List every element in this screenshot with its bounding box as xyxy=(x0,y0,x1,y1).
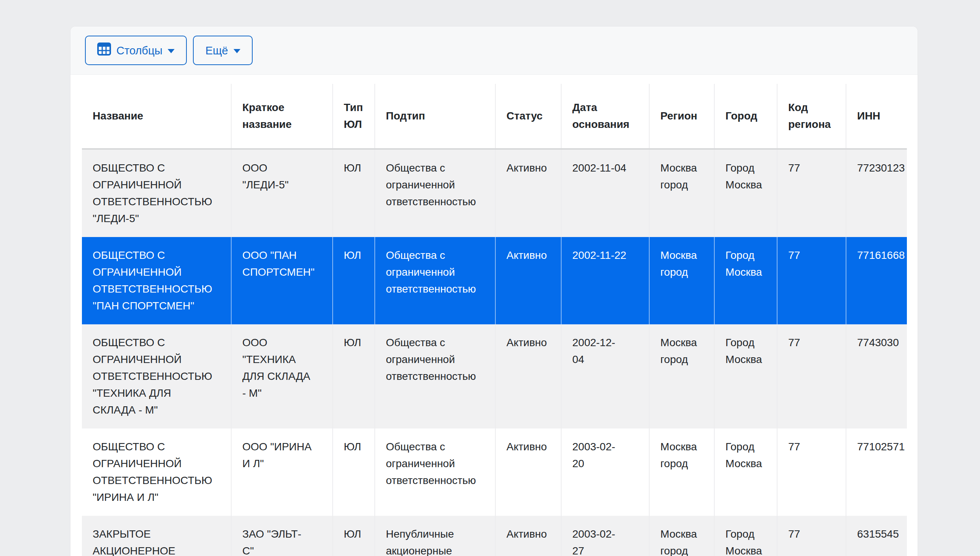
cell-short-name[interactable]: ЗАО "ЭЛЬТ- С" xyxy=(231,516,333,556)
content-card: Столбцы Ещё Название Краткое название xyxy=(70,26,918,556)
table-body: ОБЩЕСТВО С ОГРАНИЧЕННОЙ ОТВЕТСТВЕННОСТЬЮ… xyxy=(82,149,907,556)
cell-city[interactable]: Город Москва xyxy=(714,149,777,237)
cell-founded[interactable]: 2003-02- 20 xyxy=(561,428,649,516)
cell-region-code[interactable]: 77 xyxy=(777,428,846,516)
table-header-row: Название Краткое название Тип ЮЛ Подтип … xyxy=(82,84,907,149)
cell-type[interactable]: ЮЛ xyxy=(333,324,375,428)
cell-founded[interactable]: 2003-02- 27 xyxy=(561,516,649,556)
columns-button[interactable]: Столбцы xyxy=(85,36,187,65)
table-row[interactable]: ОБЩЕСТВО С ОГРАНИЧЕННОЙ ОТВЕТСТВЕННОСТЬЮ… xyxy=(82,237,907,324)
cell-type[interactable]: ЮЛ xyxy=(333,516,375,556)
cell-status[interactable]: Активно xyxy=(495,149,561,237)
table-row[interactable]: ОБЩЕСТВО С ОГРАНИЧЕННОЙ ОТВЕТСТВЕННОСТЬЮ… xyxy=(82,324,907,428)
companies-table: Название Краткое название Тип ЮЛ Подтип … xyxy=(82,84,907,556)
table-row[interactable]: ОБЩЕСТВО С ОГРАНИЧЕННОЙ ОТВЕТСТВЕННОСТЬЮ… xyxy=(82,428,907,516)
cell-name[interactable]: ОБЩЕСТВО С ОГРАНИЧЕННОЙ ОТВЕТСТВЕННОСТЬЮ… xyxy=(82,324,231,428)
table-toolbar: Столбцы Ещё xyxy=(70,26,918,75)
card-body: Название Краткое название Тип ЮЛ Подтип … xyxy=(70,75,918,556)
column-header-subtype[interactable]: Подтип xyxy=(375,84,495,149)
cell-inn[interactable]: 7743030 xyxy=(846,324,907,428)
cell-region-code[interactable]: 77 xyxy=(777,237,846,324)
cell-region[interactable]: Москва город xyxy=(649,428,714,516)
cell-name[interactable]: ЗАКРЫТОЕ АКЦИОНЕРНОЕ xyxy=(82,516,231,556)
cell-subtype[interactable]: Общества с ограниченной ответственностью xyxy=(375,428,495,516)
cell-name[interactable]: ОБЩЕСТВО С ОГРАНИЧЕННОЙ ОТВЕТСТВЕННОСТЬЮ… xyxy=(82,237,231,324)
cell-founded[interactable]: 2002-11-04 xyxy=(561,149,649,237)
table-icon xyxy=(97,43,111,58)
cell-name[interactable]: ОБЩЕСТВО С ОГРАНИЧЕННОЙ ОТВЕТСТВЕННОСТЬЮ… xyxy=(82,149,231,237)
cell-subtype[interactable]: Общества с ограниченной ответственностью xyxy=(375,149,495,237)
table-viewport: Название Краткое название Тип ЮЛ Подтип … xyxy=(82,84,907,556)
cell-type[interactable]: ЮЛ xyxy=(333,428,375,516)
cell-founded[interactable]: 2002-12- 04 xyxy=(561,324,649,428)
cell-city[interactable]: Город Москва xyxy=(714,428,777,516)
cell-inn[interactable]: 6315545 xyxy=(846,516,907,556)
column-header-inn[interactable]: ИНН xyxy=(846,84,907,149)
cell-subtype[interactable]: Общества с ограниченной ответственностью xyxy=(375,237,495,324)
cell-status[interactable]: Активно xyxy=(495,237,561,324)
cell-city[interactable]: Город Москва xyxy=(714,324,777,428)
cell-type[interactable]: ЮЛ xyxy=(333,237,375,324)
cell-region-code[interactable]: 77 xyxy=(777,149,846,237)
cell-region-code[interactable]: 77 xyxy=(777,516,846,556)
column-header-type[interactable]: Тип ЮЛ xyxy=(333,84,375,149)
cell-region[interactable]: Москва город xyxy=(649,149,714,237)
cell-region[interactable]: Москва город xyxy=(649,516,714,556)
column-header-city[interactable]: Город xyxy=(714,84,777,149)
cell-name[interactable]: ОБЩЕСТВО С ОГРАНИЧЕННОЙ ОТВЕТСТВЕННОСТЬЮ… xyxy=(82,428,231,516)
cell-city[interactable]: Город Москва xyxy=(714,237,777,324)
cell-founded[interactable]: 2002-11-22 xyxy=(561,237,649,324)
columns-button-label: Столбцы xyxy=(116,44,162,57)
cell-region[interactable]: Москва город xyxy=(649,237,714,324)
column-header-region[interactable]: Регион xyxy=(649,84,714,149)
table-row[interactable]: ОБЩЕСТВО С ОГРАНИЧЕННОЙ ОТВЕТСТВЕННОСТЬЮ… xyxy=(82,149,907,237)
more-button[interactable]: Ещё xyxy=(193,36,252,65)
cell-subtype[interactable]: Непубличные акционерные xyxy=(375,516,495,556)
column-header-founded[interactable]: Дата основания xyxy=(561,84,649,149)
cell-type[interactable]: ЮЛ xyxy=(333,149,375,237)
column-header-region-code[interactable]: Код региона xyxy=(777,84,846,149)
cell-short-name[interactable]: ООО "ПАН СПОРТСМЕН" xyxy=(231,237,333,324)
cell-region[interactable]: Москва город xyxy=(649,324,714,428)
cell-inn[interactable]: 77102571 xyxy=(846,428,907,516)
caret-down-icon xyxy=(168,49,175,53)
cell-short-name[interactable]: ООО "ИРИНА И Л" xyxy=(231,428,333,516)
cell-city[interactable]: Город Москва xyxy=(714,516,777,556)
cell-inn[interactable]: 77161668 xyxy=(846,237,907,324)
cell-subtype[interactable]: Общества с ограниченной ответственностью xyxy=(375,324,495,428)
caret-down-icon xyxy=(234,49,240,53)
cell-region-code[interactable]: 77 xyxy=(777,324,846,428)
cell-short-name[interactable]: ООО "ЛЕДИ-5" xyxy=(231,149,333,237)
cell-inn[interactable]: 77230123 xyxy=(846,149,907,237)
more-button-label: Ещё xyxy=(205,44,228,57)
table-row[interactable]: ЗАКРЫТОЕ АКЦИОНЕРНОЕ ЗАО "ЭЛЬТ- С" ЮЛ Не… xyxy=(82,516,907,556)
cell-short-name[interactable]: ООО "ТЕХНИКА ДЛЯ СКЛАДА - М" xyxy=(231,324,333,428)
column-header-name[interactable]: Название xyxy=(82,84,231,149)
cell-status[interactable]: Активно xyxy=(495,516,561,556)
cell-status[interactable]: Активно xyxy=(495,428,561,516)
column-header-status[interactable]: Статус xyxy=(495,84,561,149)
column-header-short-name[interactable]: Краткое название xyxy=(231,84,333,149)
cell-status[interactable]: Активно xyxy=(495,324,561,428)
